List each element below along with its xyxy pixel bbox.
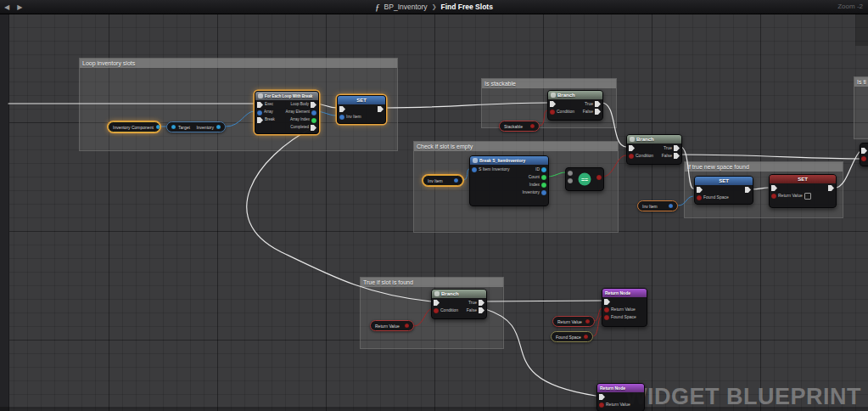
break-struct-node[interactable]: Break S_ItemInventory S Item Inventory I… <box>469 155 549 206</box>
branch-node-stackable[interactable]: Branch Condition True False <box>547 90 603 121</box>
pill-found-space-in[interactable]: Found Space <box>551 331 593 342</box>
data-in-pin[interactable] <box>861 156 866 161</box>
equals-icon: == <box>579 173 591 186</box>
pill-inv-item-1[interactable]: Inv Item <box>423 175 463 186</box>
comment-title[interactable]: True if slot is found <box>361 278 503 287</box>
condition-pin[interactable] <box>629 154 634 159</box>
exec-in-pin[interactable] <box>771 185 777 191</box>
true-pin[interactable] <box>479 300 484 306</box>
pill-label: Inventory Component <box>113 125 154 130</box>
compare-a-pin[interactable] <box>568 171 573 176</box>
forward-icon[interactable]: ▶ <box>17 3 22 11</box>
node-title: SET <box>719 178 729 183</box>
return-value-pin[interactable] <box>604 307 609 312</box>
target-pin[interactable] <box>171 125 176 129</box>
exec-in-pin[interactable] <box>434 300 440 306</box>
exec-in-pin[interactable] <box>550 101 556 107</box>
checkbox-icon[interactable] <box>804 193 811 200</box>
inv-item-pin[interactable] <box>339 115 344 120</box>
pin-label: False <box>467 308 477 312</box>
pill-inv-item-2[interactable]: Inv Item <box>637 200 678 211</box>
back-icon[interactable]: ◀ <box>4 3 9 11</box>
out-pin[interactable] <box>585 319 590 324</box>
breadcrumb-graph[interactable]: Find Free Slots <box>441 3 493 11</box>
set-inv-item-node[interactable]: SET Inv Item <box>337 95 386 124</box>
pin-label: Array <box>264 110 273 115</box>
pill-return-value-in[interactable]: Return Value <box>552 316 595 327</box>
array-index-pin[interactable] <box>311 118 316 123</box>
branch-node-empty[interactable]: Branch Condition True False <box>626 134 682 165</box>
false-pin[interactable] <box>595 109 601 115</box>
true-pin[interactable] <box>595 101 601 107</box>
branch-icon <box>551 93 556 98</box>
pill-label: Inventory <box>196 125 214 130</box>
comment-title[interactable]: Is ti <box>854 77 868 87</box>
exec-in-pin[interactable] <box>629 145 635 151</box>
count-pin[interactable] <box>541 175 546 180</box>
comment-title[interactable]: Is stackable <box>482 79 616 88</box>
equals-node[interactable]: == <box>565 167 604 191</box>
out-pin[interactable] <box>216 125 221 129</box>
break-pin[interactable] <box>257 117 263 123</box>
pill-return-value-cond[interactable]: Return Value <box>370 320 414 331</box>
comment-title[interactable]: Loop inventory slots <box>80 59 397 68</box>
found-space-pin[interactable] <box>604 315 609 320</box>
result-pin[interactable] <box>596 175 602 180</box>
found-space-pin[interactable] <box>697 195 702 200</box>
branch-icon <box>434 291 440 296</box>
out-pin[interactable] <box>156 125 160 129</box>
node-title: For Each Loop With Break <box>265 94 312 99</box>
id-pin[interactable] <box>541 167 546 172</box>
true-pin[interactable] <box>674 145 680 151</box>
pill-label: Target <box>178 125 190 130</box>
array-pin[interactable] <box>257 110 262 115</box>
set-found-space-node[interactable]: SET Found Space <box>694 176 753 205</box>
exec-in-pin[interactable] <box>257 102 263 108</box>
exec-in-pin[interactable] <box>697 187 703 193</box>
exec-in-pin[interactable] <box>604 299 610 305</box>
out-pin[interactable] <box>405 324 409 328</box>
set-return-value-node[interactable]: SET Return Value <box>769 174 837 208</box>
comment-title[interactable]: Check if slot is empty <box>414 142 618 151</box>
out-pin[interactable] <box>669 204 673 208</box>
struct-icon <box>473 158 478 163</box>
pill-target-inventory[interactable]: Target Inventory <box>166 121 226 132</box>
pill-stackable[interactable]: Stackable <box>499 121 540 132</box>
branch-node-found[interactable]: Branch Condition True False <box>431 289 487 319</box>
out-pin[interactable] <box>454 178 458 183</box>
false-pin[interactable] <box>674 153 680 159</box>
exec-out-pin[interactable] <box>828 185 834 191</box>
completed-pin[interactable] <box>311 125 316 131</box>
false-pin[interactable] <box>479 307 484 313</box>
index-pin[interactable] <box>541 183 546 188</box>
return-node-2[interactable]: Return Node Return Value <box>596 383 645 411</box>
loop-body-pin[interactable] <box>311 102 316 108</box>
return-node-1[interactable]: Return Node Return Value Found Space <box>602 288 647 327</box>
pin-label: True <box>664 146 672 150</box>
inventory-pin[interactable] <box>541 190 546 195</box>
compare-b-pin[interactable] <box>568 178 573 183</box>
pill-inventory-component[interactable]: Inventory Component <box>108 121 160 132</box>
return-value-pin[interactable] <box>771 194 776 199</box>
pill-label: Found Space <box>556 335 581 340</box>
comment-offscreen[interactable]: Is ti <box>854 76 868 139</box>
struct-in-pin[interactable] <box>472 167 477 172</box>
out-pin[interactable] <box>530 124 535 128</box>
exec-in-pin[interactable] <box>339 106 345 112</box>
array-element-pin[interactable] <box>311 110 316 115</box>
exec-in-pin[interactable] <box>599 394 605 400</box>
out-pin[interactable] <box>584 335 588 339</box>
foreach-loop-with-break-node[interactable]: For Each Loop With Break Exec Array Brea… <box>255 91 319 134</box>
comment-title[interactable]: If true new space found <box>685 162 843 172</box>
condition-pin[interactable] <box>550 110 555 115</box>
exec-in-pin[interactable] <box>861 148 867 154</box>
exec-out-pin[interactable] <box>745 187 751 193</box>
condition-pin[interactable] <box>434 308 439 313</box>
pin-label: Completed <box>290 126 309 130</box>
offscreen-node-fragment[interactable] <box>860 143 868 166</box>
node-title: SET <box>798 177 808 182</box>
pin-label: Array Index <box>290 118 310 122</box>
exec-out-pin[interactable] <box>378 106 384 112</box>
return-value-pin[interactable] <box>599 403 604 408</box>
breadcrumb-blueprint[interactable]: BP_Inventory <box>384 3 428 11</box>
